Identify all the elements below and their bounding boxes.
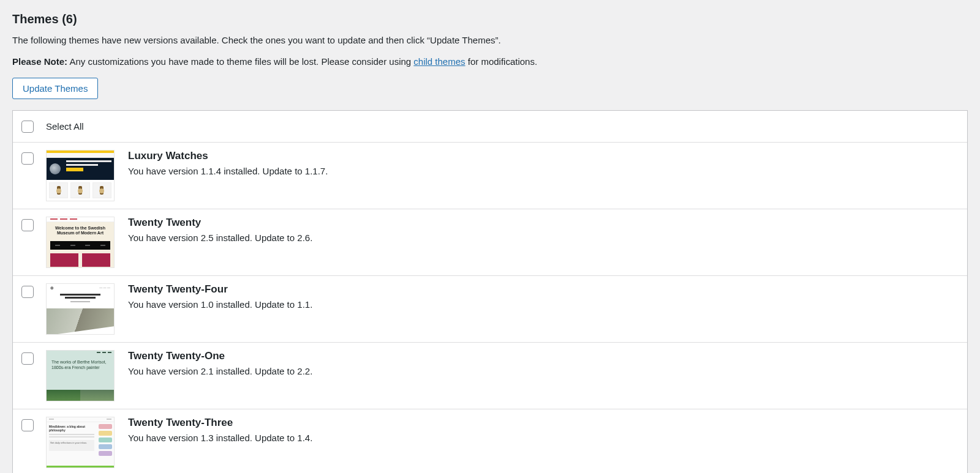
update-themes-button[interactable]: Update Themes — [12, 78, 98, 99]
theme-checkbox[interactable] — [21, 152, 34, 165]
select-all-label: Select All — [46, 121, 84, 132]
theme-name: Luxury Watches — [128, 150, 959, 162]
theme-row: Luxury Watches You have version 1.1.4 in… — [13, 143, 967, 209]
themes-table: Select All — [12, 110, 968, 473]
theme-checkbox[interactable] — [21, 352, 34, 365]
note-text-before: Any customizations you have made to them… — [67, 56, 413, 67]
theme-version-text: You have version 2.5 installed. Update t… — [128, 233, 959, 243]
theme-thumbnail — [46, 150, 115, 201]
theme-checkbox[interactable] — [21, 219, 34, 231]
intro-text: The following themes have new versions a… — [12, 35, 968, 45]
theme-checkbox[interactable] — [21, 286, 34, 298]
theme-row: The works of Berthe Morisot, 1800s-era F… — [13, 343, 967, 409]
theme-version-text: You have version 2.1 installed. Update t… — [128, 366, 959, 376]
theme-thumbnail: Welcome to the Swedish Museum of Modern … — [46, 217, 115, 268]
theme-checkbox[interactable] — [21, 419, 34, 431]
theme-version-text: You have version 1.0 installed. Update t… — [128, 299, 959, 310]
theme-row: ⬤— — — Twenty Twenty-Four You have versi… — [13, 276, 967, 343]
note-prefix: Please Note: — [12, 56, 67, 67]
theme-row: Mindblown: a blog about philosophy Get d… — [13, 409, 967, 473]
child-themes-link[interactable]: child themes — [413, 56, 465, 67]
theme-name: Twenty Twenty — [128, 217, 959, 229]
theme-version-text: You have version 1.1.4 installed. Update… — [128, 166, 959, 176]
themes-heading: Themes (6) — [12, 12, 968, 26]
note-text-after: for modifications. — [466, 56, 538, 67]
theme-row: Welcome to the Swedish Museum of Modern … — [13, 209, 967, 276]
theme-thumbnail: The works of Berthe Morisot, 1800s-era F… — [46, 350, 115, 401]
select-all-row: Select All — [13, 111, 967, 143]
note-text: Please Note: Any customizations you have… — [12, 56, 968, 67]
theme-name: Twenty Twenty-Three — [128, 417, 959, 429]
theme-thumbnail: Mindblown: a blog about philosophy Get d… — [46, 417, 115, 468]
theme-version-text: You have version 1.3 installed. Update t… — [128, 433, 959, 443]
select-all-checkbox[interactable] — [21, 121, 34, 133]
theme-name: Twenty Twenty-One — [128, 350, 959, 362]
theme-name: Twenty Twenty-Four — [128, 283, 959, 296]
theme-thumbnail: ⬤— — — — [46, 283, 115, 335]
